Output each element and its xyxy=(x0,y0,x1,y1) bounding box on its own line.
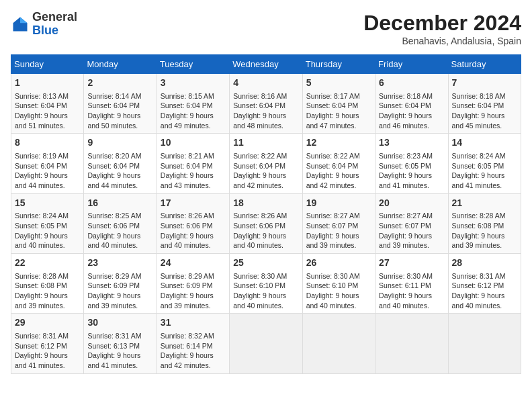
calendar-day-cell: 3Sunrise: 8:15 AM Sunset: 6:04 PM Daylig… xyxy=(157,74,229,134)
day-info: Sunrise: 8:31 AM Sunset: 6:13 PM Dayligh… xyxy=(87,331,152,371)
calendar-day-cell xyxy=(448,314,521,373)
day-info: Sunrise: 8:13 AM Sunset: 6:04 PM Dayligh… xyxy=(15,91,80,131)
weekday-header-saturday: Saturday xyxy=(448,55,521,74)
day-number: 12 xyxy=(306,136,371,150)
day-info: Sunrise: 8:15 AM Sunset: 6:04 PM Dayligh… xyxy=(161,91,226,131)
day-info: Sunrise: 8:16 AM Sunset: 6:04 PM Dayligh… xyxy=(233,91,298,131)
logo-general-text: General xyxy=(32,11,77,24)
day-number: 29 xyxy=(15,316,80,330)
calendar-day-cell: 18Sunrise: 8:26 AM Sunset: 6:06 PM Dayli… xyxy=(230,193,302,253)
calendar-day-cell xyxy=(302,314,375,373)
calendar-day-cell: 17Sunrise: 8:26 AM Sunset: 6:06 PM Dayli… xyxy=(157,193,229,253)
day-number: 30 xyxy=(87,316,152,330)
calendar-day-cell: 23Sunrise: 8:29 AM Sunset: 6:09 PM Dayli… xyxy=(84,254,157,314)
day-info: Sunrise: 8:24 AM Sunset: 6:05 PM Dayligh… xyxy=(452,151,517,191)
day-number: 8 xyxy=(15,136,80,150)
calendar-day-cell: 1Sunrise: 8:13 AM Sunset: 6:04 PM Daylig… xyxy=(11,74,84,134)
day-info: Sunrise: 8:17 AM Sunset: 6:04 PM Dayligh… xyxy=(306,91,371,131)
calendar-day-cell: 29Sunrise: 8:31 AM Sunset: 6:12 PM Dayli… xyxy=(11,314,84,373)
calendar-day-cell: 28Sunrise: 8:31 AM Sunset: 6:12 PM Dayli… xyxy=(448,254,521,314)
location-subtitle: Benahavis, Andalusia, Spain xyxy=(363,36,521,46)
calendar-day-cell: 15Sunrise: 8:24 AM Sunset: 6:05 PM Dayli… xyxy=(11,193,84,253)
weekday-row: SundayMondayTuesdayWednesdayThursdayFrid… xyxy=(11,55,521,74)
weekday-header-thursday: Thursday xyxy=(302,55,375,74)
day-info: Sunrise: 8:18 AM Sunset: 6:04 PM Dayligh… xyxy=(379,91,444,131)
day-info: Sunrise: 8:21 AM Sunset: 6:04 PM Dayligh… xyxy=(161,151,226,191)
calendar-header: SundayMondayTuesdayWednesdayThursdayFrid… xyxy=(11,55,521,74)
day-number: 7 xyxy=(452,77,517,90)
day-number: 24 xyxy=(161,257,226,270)
calendar-day-cell: 16Sunrise: 8:25 AM Sunset: 6:06 PM Dayli… xyxy=(84,193,157,253)
day-number: 9 xyxy=(87,136,152,150)
day-number: 6 xyxy=(379,77,444,90)
day-number: 22 xyxy=(15,257,80,270)
logo: General Blue xyxy=(11,11,77,38)
day-info: Sunrise: 8:26 AM Sunset: 6:06 PM Dayligh… xyxy=(161,211,226,250)
day-info: Sunrise: 8:27 AM Sunset: 6:07 PM Dayligh… xyxy=(379,211,444,250)
day-number: 1 xyxy=(15,77,80,90)
calendar-day-cell: 4Sunrise: 8:16 AM Sunset: 6:04 PM Daylig… xyxy=(230,74,302,134)
page-header: General Blue December 2024 Benahavis, An… xyxy=(11,11,521,46)
svg-marker-1 xyxy=(20,17,28,23)
calendar-day-cell: 21Sunrise: 8:28 AM Sunset: 6:08 PM Dayli… xyxy=(448,193,521,253)
calendar-day-cell: 8Sunrise: 8:19 AM Sunset: 6:04 PM Daylig… xyxy=(11,134,84,193)
day-number: 14 xyxy=(452,136,517,150)
day-info: Sunrise: 8:28 AM Sunset: 6:08 PM Dayligh… xyxy=(452,211,517,250)
day-number: 20 xyxy=(379,197,444,210)
day-info: Sunrise: 8:20 AM Sunset: 6:04 PM Dayligh… xyxy=(87,151,152,191)
day-number: 3 xyxy=(161,77,226,90)
day-info: Sunrise: 8:30 AM Sunset: 6:11 PM Dayligh… xyxy=(379,271,444,311)
day-info: Sunrise: 8:29 AM Sunset: 6:09 PM Dayligh… xyxy=(161,271,226,311)
calendar-day-cell xyxy=(230,314,302,373)
day-info: Sunrise: 8:18 AM Sunset: 6:04 PM Dayligh… xyxy=(452,91,517,131)
day-info: Sunrise: 8:25 AM Sunset: 6:06 PM Dayligh… xyxy=(87,211,152,250)
day-number: 16 xyxy=(87,197,152,210)
day-number: 19 xyxy=(306,197,371,210)
calendar-day-cell: 2Sunrise: 8:14 AM Sunset: 6:04 PM Daylig… xyxy=(84,74,157,134)
calendar-day-cell: 20Sunrise: 8:27 AM Sunset: 6:07 PM Dayli… xyxy=(375,193,448,253)
day-info: Sunrise: 8:30 AM Sunset: 6:10 PM Dayligh… xyxy=(233,271,298,311)
day-number: 10 xyxy=(161,136,226,150)
day-info: Sunrise: 8:23 AM Sunset: 6:05 PM Dayligh… xyxy=(379,151,444,191)
day-info: Sunrise: 8:19 AM Sunset: 6:04 PM Dayligh… xyxy=(15,151,80,191)
day-info: Sunrise: 8:22 AM Sunset: 6:04 PM Dayligh… xyxy=(233,151,298,191)
calendar-week-row: 22Sunrise: 8:28 AM Sunset: 6:08 PM Dayli… xyxy=(11,254,521,314)
calendar-day-cell: 11Sunrise: 8:22 AM Sunset: 6:04 PM Dayli… xyxy=(230,134,302,193)
day-info: Sunrise: 8:22 AM Sunset: 6:04 PM Dayligh… xyxy=(306,151,371,191)
weekday-header-sunday: Sunday xyxy=(11,55,84,74)
calendar-day-cell: 22Sunrise: 8:28 AM Sunset: 6:08 PM Dayli… xyxy=(11,254,84,314)
weekday-header-friday: Friday xyxy=(375,55,448,74)
calendar-day-cell: 26Sunrise: 8:30 AM Sunset: 6:10 PM Dayli… xyxy=(302,254,375,314)
day-info: Sunrise: 8:28 AM Sunset: 6:08 PM Dayligh… xyxy=(15,271,80,311)
weekday-header-monday: Monday xyxy=(84,55,157,74)
day-info: Sunrise: 8:26 AM Sunset: 6:06 PM Dayligh… xyxy=(233,211,298,250)
calendar-day-cell: 25Sunrise: 8:30 AM Sunset: 6:10 PM Dayli… xyxy=(230,254,302,314)
weekday-header-wednesday: Wednesday xyxy=(230,55,302,74)
day-number: 27 xyxy=(379,257,444,270)
logo-icon xyxy=(11,15,30,34)
calendar-table: SundayMondayTuesdayWednesdayThursdayFrid… xyxy=(11,54,521,374)
day-info: Sunrise: 8:27 AM Sunset: 6:07 PM Dayligh… xyxy=(306,211,371,250)
calendar-week-row: 1Sunrise: 8:13 AM Sunset: 6:04 PM Daylig… xyxy=(11,74,521,134)
day-info: Sunrise: 8:24 AM Sunset: 6:05 PM Dayligh… xyxy=(15,211,80,250)
day-number: 17 xyxy=(161,197,226,210)
calendar-day-cell: 9Sunrise: 8:20 AM Sunset: 6:04 PM Daylig… xyxy=(84,134,157,193)
day-info: Sunrise: 8:30 AM Sunset: 6:10 PM Dayligh… xyxy=(306,271,371,311)
calendar-day-cell: 27Sunrise: 8:30 AM Sunset: 6:11 PM Dayli… xyxy=(375,254,448,314)
day-number: 15 xyxy=(15,197,80,210)
calendar-day-cell: 24Sunrise: 8:29 AM Sunset: 6:09 PM Dayli… xyxy=(157,254,229,314)
calendar-day-cell: 10Sunrise: 8:21 AM Sunset: 6:04 PM Dayli… xyxy=(157,134,229,193)
day-number: 28 xyxy=(452,257,517,270)
day-number: 2 xyxy=(87,77,152,90)
title-block: December 2024 Benahavis, Andalusia, Spai… xyxy=(363,11,521,46)
calendar-day-cell: 5Sunrise: 8:17 AM Sunset: 6:04 PM Daylig… xyxy=(302,74,375,134)
day-number: 5 xyxy=(306,77,371,90)
day-number: 31 xyxy=(161,316,226,330)
day-number: 4 xyxy=(233,77,298,90)
logo-blue-text: Blue xyxy=(32,24,77,38)
day-info: Sunrise: 8:31 AM Sunset: 6:12 PM Dayligh… xyxy=(15,331,80,371)
day-number: 13 xyxy=(379,136,444,150)
calendar-day-cell: 14Sunrise: 8:24 AM Sunset: 6:05 PM Dayli… xyxy=(448,134,521,193)
calendar-day-cell: 19Sunrise: 8:27 AM Sunset: 6:07 PM Dayli… xyxy=(302,193,375,253)
day-number: 21 xyxy=(452,197,517,210)
